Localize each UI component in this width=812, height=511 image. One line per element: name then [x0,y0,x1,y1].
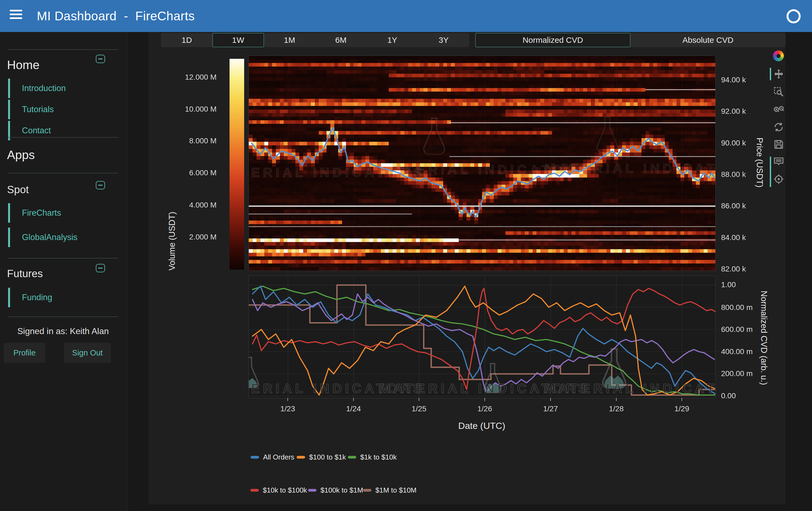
app-root: MI Dashboard - FireCharts Home Introduct… [0,0,812,511]
colorbar-tick: 12.000 M [163,73,216,82]
date-tick: 1/26 [477,405,492,413]
legend-item-all-orders[interactable]: All Orders [251,453,294,461]
cvd-tick: 400.00 m [721,347,753,356]
sidebar-divider [7,317,118,317]
date-tick: 1/29 [674,405,689,413]
legend-label: $1k to $10k [360,453,397,461]
legend-swatch [251,456,259,458]
heatmap-canvas[interactable] [249,56,715,271]
pan-icon[interactable] [773,68,784,80]
signed-in-text: Signed in as: Keith Alan [17,326,109,336]
modebar-active-indicator [770,68,771,80]
legend-item-100-1k[interactable]: $100 to $1k [297,453,346,461]
x-tick-mark [616,398,616,401]
range-button-1w[interactable]: 1W [212,33,264,47]
sidebar-heading-apps: Apps [7,148,35,162]
firechart-heatmap-plot: MATERIAL INDICATORS MATERIAL INDICATORS … [249,56,716,271]
legend-label: $1M to $10M [375,486,416,494]
sidebar-heading-spot: Spot [7,184,29,196]
absolute-cvd-button[interactable]: Absolute CVD [630,33,785,47]
spikeline-crosshair-icon[interactable] [773,173,784,185]
price-tick: 86.00 k [721,201,746,210]
colorbar-tick: 10.000 M [163,105,216,113]
colorbar-tick: 6.000 M [163,168,216,177]
legend-item-100k-1m[interactable]: $100k to $1M [308,486,363,494]
legend-item-1k-10k[interactable]: $1k to $10k [348,453,397,461]
volume-colorbar [230,59,244,270]
x-axis-title: Date (UTC) [458,421,505,431]
legend-swatch [297,456,305,458]
cvd-tick: 200.00 m [721,369,753,378]
sidebar-divider [7,173,118,173]
colorbar-tick: 8.000 M [163,137,216,145]
sidebar-divider [7,49,118,50]
legend-swatch [250,489,259,491]
colorbar-tick: 4.000 M [163,201,216,210]
hamburger-menu-icon[interactable] [10,10,23,22]
x-tick-mark [287,398,288,401]
price-axis-title: Price (USDT) [755,138,764,188]
sidebar-heading-home: Home [7,58,39,72]
legend-item-10k-100k[interactable]: $10k to $100k [250,486,307,494]
sidebar-divider [7,258,118,259]
collapse-button-futures[interactable] [96,264,105,272]
range-button-6m[interactable]: 6M [315,33,367,47]
sidebar-item-globalanalysis[interactable]: GlobalAnalysis [8,227,78,247]
sidebar-item-introduction[interactable]: Introduction [8,79,66,98]
modebar-active-indicator [770,157,771,187]
app-header: MI Dashboard - FireCharts [0,0,812,32]
sidebar-item-tutorials[interactable]: Tutorials [8,100,54,119]
legend-label: All Orders [263,453,294,461]
x-tick-mark [419,398,419,401]
legend-label: $100 to $1k [309,453,346,461]
price-tick: 82.00 k [721,265,746,273]
x-tick-mark [682,398,682,401]
date-tick: 1/23 [281,405,295,413]
x-tick-mark [550,398,551,401]
date-tick: 1/24 [346,405,361,413]
profile-button[interactable]: Profile [4,343,45,363]
sign-out-button[interactable]: Sign Out [64,343,111,363]
sidebar-item-funding[interactable]: Funding [8,288,52,307]
save-snapshot-icon[interactable] [773,139,784,150]
collapse-button-home[interactable] [96,55,105,63]
cvd-mode-button-group: Normalized CVD Absolute CVD [475,33,785,47]
cvd-canvas[interactable] [249,276,715,398]
colorbar-tick: 2.000 M [163,233,216,241]
box-zoom-icon[interactable] [773,86,784,98]
sidebar-divider [7,137,118,138]
cvd-tick: 600.00 m [721,325,753,334]
plotly-logo-icon[interactable] [773,50,784,61]
range-button-1m[interactable]: 1M [264,33,315,47]
zoom-in-out-icon[interactable] [773,104,784,115]
range-button-1y[interactable]: 1Y [367,33,418,47]
legend-swatch [348,456,356,458]
legend-swatch [308,489,316,491]
date-tick: 1/28 [609,405,624,413]
collapse-button-spot[interactable] [96,181,105,189]
date-tick: 1/27 [543,405,558,413]
range-button-1d[interactable]: 1D [161,33,212,47]
cvd-axis-title: Normalized CVD (arb. u.) [759,291,769,385]
x-tick-mark [485,398,485,401]
cvd-tick: 800.00 m [721,303,753,312]
sidebar-item-firecharts[interactable]: FireCharts [8,203,61,223]
loading-ring-icon [787,9,801,23]
price-tick: 92.00 k [721,107,746,116]
sidebar: Home Introduction Tutorials Contact Apps… [0,32,127,511]
date-tick: 1/25 [412,405,427,413]
legend-label: $100k to $1M [320,486,363,494]
cvd-tick: 1.00 [721,280,736,289]
comment-tooltip-icon[interactable] [773,156,784,167]
range-button-group: 1D 1W 1M 6M 1Y 3Y [161,33,469,47]
sidebar-heading-futures: Futures [7,268,43,279]
range-button-3y[interactable]: 3Y [418,33,469,47]
legend-swatch [363,489,371,491]
autoscale-icon[interactable] [773,122,784,133]
price-tick: 94.00 k [721,76,746,84]
cvd-tick: 0.00 [721,392,736,400]
legend-item-1m-10m[interactable]: $1M to $10M [363,486,416,494]
normalized-cvd-button[interactable]: Normalized CVD [475,33,630,47]
price-tick: 88.00 k [721,170,746,179]
page-title: MI Dashboard - FireCharts [37,9,195,23]
